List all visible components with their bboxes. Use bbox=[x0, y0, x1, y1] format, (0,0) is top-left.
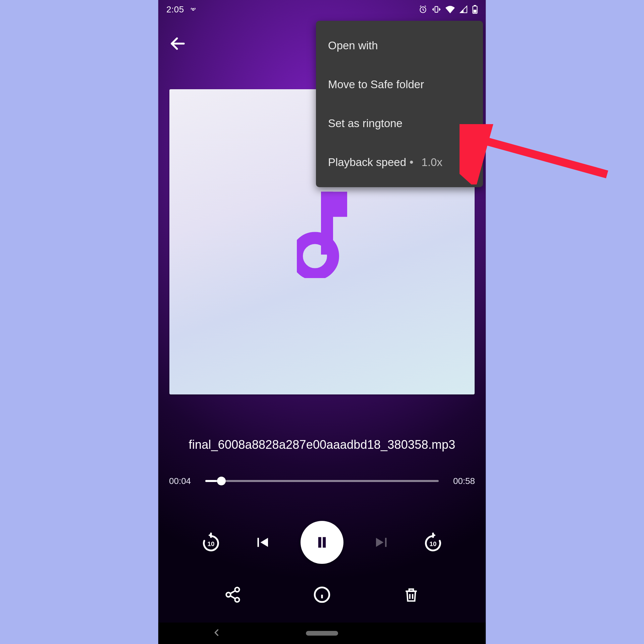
music-note-icon bbox=[297, 204, 347, 279]
vibrate-icon bbox=[432, 5, 441, 14]
menu-playback-speed[interactable]: Playback speed • 1.0x bbox=[316, 143, 483, 182]
svg-point-8 bbox=[297, 238, 333, 274]
forward-10-button[interactable]: 10 bbox=[421, 530, 445, 555]
wifi-icon bbox=[445, 5, 455, 13]
svg-text:10: 10 bbox=[208, 540, 215, 547]
audio-player-screen: 2:05 bbox=[158, 0, 486, 644]
transport-controls: 10 10 bbox=[158, 521, 486, 564]
menu-open-with[interactable]: Open with bbox=[316, 26, 483, 65]
svg-point-13 bbox=[235, 598, 239, 602]
menu-item-label: Move to Safe folder bbox=[328, 78, 424, 91]
menu-item-label: Open with bbox=[328, 39, 378, 52]
alarm-icon bbox=[419, 5, 427, 14]
svg-line-15 bbox=[473, 138, 607, 174]
battery-icon bbox=[472, 5, 478, 14]
back-button[interactable] bbox=[168, 34, 188, 54]
seek-thumb[interactable] bbox=[217, 477, 226, 485]
elapsed-time: 00:04 bbox=[169, 476, 198, 486]
svg-text:10: 10 bbox=[430, 540, 437, 547]
info-button[interactable] bbox=[311, 584, 333, 606]
hotspot-icon bbox=[190, 6, 197, 13]
svg-point-12 bbox=[235, 587, 239, 592]
menu-item-value: 1.0x bbox=[422, 156, 442, 169]
svg-rect-2 bbox=[435, 6, 438, 12]
secondary-actions bbox=[158, 584, 486, 606]
seek-bar[interactable] bbox=[205, 480, 439, 482]
svg-rect-4 bbox=[474, 5, 476, 6]
menu-item-label: Playback speed bbox=[328, 156, 406, 169]
system-nav-bar bbox=[158, 623, 486, 644]
delete-button[interactable] bbox=[400, 584, 422, 606]
menu-set-as-ringtone[interactable]: Set as ringtone bbox=[316, 104, 483, 143]
next-track-button[interactable] bbox=[370, 530, 394, 555]
status-bar: 2:05 bbox=[158, 0, 486, 19]
track-title: final_6008a8828a287e00aaadbd18_380358.mp… bbox=[158, 438, 486, 452]
pause-button[interactable] bbox=[301, 521, 343, 564]
system-home-pill[interactable] bbox=[306, 631, 338, 636]
share-button[interactable] bbox=[222, 584, 244, 606]
menu-move-safe-folder[interactable]: Move to Safe folder bbox=[316, 65, 483, 104]
cell-signal-icon bbox=[460, 5, 468, 13]
status-time: 2:05 bbox=[166, 4, 184, 15]
menu-item-separator: • bbox=[410, 156, 414, 169]
replay-10-button[interactable]: 10 bbox=[199, 530, 223, 555]
svg-point-11 bbox=[226, 593, 231, 597]
svg-rect-5 bbox=[474, 10, 477, 13]
previous-track-button[interactable] bbox=[250, 530, 274, 555]
overflow-menu: Open with Move to Safe folder Set as rin… bbox=[316, 21, 483, 187]
system-back-button[interactable] bbox=[212, 628, 221, 639]
svg-point-0 bbox=[192, 8, 194, 10]
total-time: 00:58 bbox=[446, 476, 475, 486]
menu-item-label: Set as ringtone bbox=[328, 117, 402, 130]
